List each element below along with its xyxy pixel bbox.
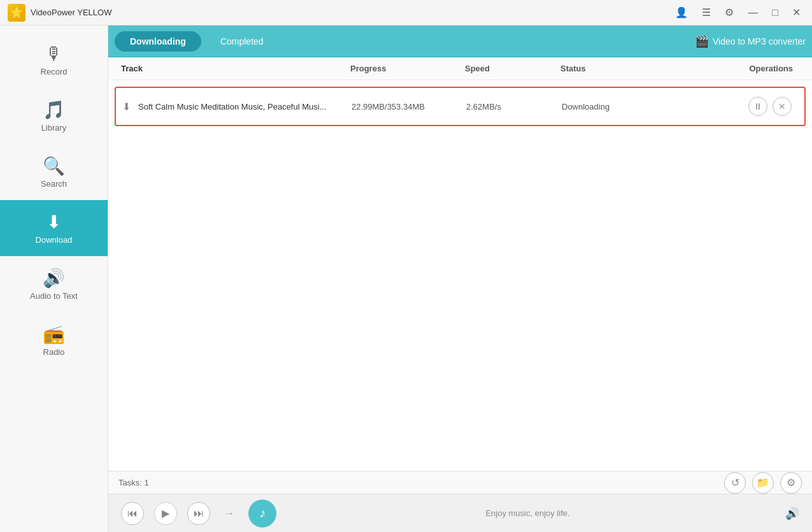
header-track: Track [121, 64, 350, 73]
record-icon: 🎙 [45, 43, 63, 64]
row-operations: ⏸ ✕ [664, 97, 798, 116]
close-button[interactable]: ✕ [788, 5, 804, 20]
table-row: ⬇ Soft Calm Music Meditation Music, Peac… [115, 87, 806, 126]
player-center-button[interactable]: ♪ [248, 500, 276, 528]
header-progress: Progress [350, 64, 465, 73]
header-operations: Operations [662, 64, 799, 73]
status-icons: ↺ 📁 ⚙ [724, 472, 802, 494]
sidebar-label-record: Record [41, 67, 68, 76]
settings-button[interactable]: ⚙ [780, 472, 802, 494]
sidebar-item-library[interactable]: 🎵 Library [0, 88, 108, 144]
pause-button[interactable]: ⏸ [748, 97, 767, 116]
tabbar: Downloading Completed 🎬 Video to MP3 con… [108, 25, 812, 57]
sidebar-label-download: Download [36, 235, 73, 245]
player-tagline: Enjoy music, enjoy life. [287, 508, 769, 518]
table-body: ⬇ Soft Calm Music Meditation Music, Peac… [108, 80, 812, 471]
row-status: Downloading [562, 102, 664, 111]
sidebar-item-audio-to-text[interactable]: 🔊 Audio to Text [0, 256, 108, 312]
player-arrow: → [224, 508, 234, 519]
row-track: ⬇ Soft Calm Music Meditation Music, Peac… [122, 101, 352, 113]
user-icon[interactable]: 👤 [671, 5, 692, 20]
main-layout: 🎙 Record 🎵 Library 🔍 Search ⬇ Download 🔊… [0, 25, 812, 532]
download-row-icon: ⬇ [122, 101, 131, 113]
prev-button[interactable]: ⏮ [121, 502, 144, 525]
video-to-mp3-converter-button[interactable]: 🎬 Video to MP3 converter [695, 34, 806, 48]
folder-button[interactable]: 📁 [752, 472, 774, 494]
cancel-button[interactable]: ✕ [773, 97, 792, 116]
library-icon: 🎵 [43, 99, 65, 120]
sidebar-label-library: Library [41, 123, 67, 133]
sidebar-label-radio: Radio [43, 347, 65, 357]
sidebar-item-radio[interactable]: 📻 Radio [0, 312, 108, 368]
row-progress: 22.99MB/353.34MB [352, 102, 466, 111]
header-speed: Speed [465, 64, 560, 73]
tab-downloading[interactable]: Downloading [115, 31, 201, 52]
minimize-button[interactable]: — [744, 6, 762, 20]
sidebar-label-search: Search [41, 179, 67, 189]
converter-icon: 🎬 [695, 34, 709, 48]
sidebar: 🎙 Record 🎵 Library 🔍 Search ⬇ Download 🔊… [0, 25, 108, 532]
search-icon: 🔍 [43, 155, 65, 176]
play-button[interactable]: ▶ [154, 502, 177, 525]
next-button[interactable]: ⏭ [187, 502, 210, 525]
player-bar: ⏮ ▶ ⏭ → ♪ Enjoy music, enjoy life. 🔊 [108, 494, 812, 532]
next-icon: ⏭ [194, 508, 204, 519]
prev-icon: ⏮ [127, 508, 138, 519]
titlebar-controls: 👤 ☰ ⚙ — □ ✕ [671, 5, 804, 20]
titlebar: ⭐ VideoPower YELLOW 👤 ☰ ⚙ — □ ✕ [0, 0, 812, 25]
sidebar-item-search[interactable]: 🔍 Search [0, 144, 108, 200]
tab-completed[interactable]: Completed [205, 31, 279, 52]
music-note-icon: ♪ [259, 506, 266, 521]
track-name: Soft Calm Music Meditation Music, Peacef… [138, 102, 327, 111]
maximize-button[interactable]: □ [768, 6, 782, 20]
app-title: VideoPower YELLOW [31, 8, 671, 17]
header-status: Status [560, 64, 662, 73]
download-icon: ⬇ [46, 212, 61, 233]
radio-icon: 📻 [43, 324, 65, 345]
audio-to-text-icon: 🔊 [43, 268, 65, 289]
content-area: Downloading Completed 🎬 Video to MP3 con… [108, 25, 812, 532]
sidebar-label-audio-to-text: Audio to Text [30, 291, 78, 301]
sidebar-item-download[interactable]: ⬇ Download [0, 200, 108, 256]
volume-icon: 🔊 [785, 507, 799, 521]
play-icon: ▶ [162, 507, 169, 519]
settings-icon[interactable]: ⚙ [721, 5, 737, 20]
sidebar-item-record[interactable]: 🎙 Record [0, 32, 108, 88]
table-header: Track Progress Speed Status Operations [108, 57, 812, 80]
status-bar: Tasks: 1 ↺ 📁 ⚙ [108, 471, 812, 494]
list-icon[interactable]: ☰ [698, 5, 715, 20]
refresh-button[interactable]: ↺ [724, 472, 746, 494]
tasks-count: Tasks: 1 [118, 478, 149, 487]
app-logo: ⭐ [8, 4, 25, 22]
row-speed: 2.62MB/s [466, 102, 562, 111]
